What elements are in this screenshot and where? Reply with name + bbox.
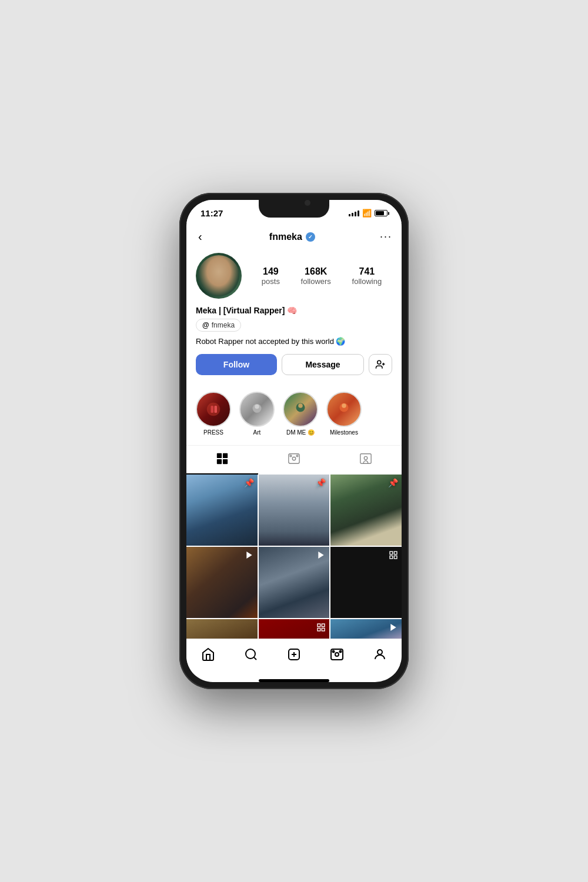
- grid-cell-2[interactable]: 📌: [259, 475, 330, 546]
- back-button[interactable]: ‹: [196, 228, 205, 246]
- svg-point-41: [340, 651, 342, 653]
- multi-icon-8: [316, 623, 326, 634]
- svg-rect-13: [223, 453, 228, 458]
- highlight-dmme-label: DM ME 😊: [286, 429, 315, 436]
- highlight-press[interactable]: PRESS: [196, 392, 231, 436]
- search-icon: [244, 647, 258, 662]
- svg-rect-14: [217, 459, 222, 464]
- home-icon: [201, 647, 215, 662]
- tagged-icon: [359, 452, 372, 468]
- header-username: fnmeka: [269, 232, 302, 242]
- follow-button[interactable]: Follow: [196, 354, 277, 375]
- svg-rect-25: [394, 552, 397, 554]
- profile-nav-icon: [373, 647, 387, 662]
- pin-icon-1: 📌: [244, 478, 254, 487]
- svg-rect-5: [215, 406, 218, 413]
- stats-group: 149 posts 168K followers 741 following: [251, 266, 392, 286]
- nav-profile[interactable]: [366, 645, 394, 664]
- posts-label: posts: [262, 277, 280, 286]
- following-label: following: [352, 277, 382, 286]
- grid-cell-4[interactable]: [186, 547, 258, 618]
- status-icons: 📶: [349, 209, 387, 218]
- nav-add[interactable]: [280, 645, 308, 664]
- stat-followers[interactable]: 168K followers: [301, 266, 331, 286]
- svg-marker-22: [246, 552, 252, 559]
- svg-point-39: [335, 653, 339, 656]
- status-time: 11:27: [201, 208, 223, 218]
- signal-bars-icon: [349, 211, 359, 216]
- highlight-press-circle: [196, 392, 231, 427]
- grid-cell-3[interactable]: 📌: [330, 475, 402, 546]
- grid-icon: [216, 452, 229, 468]
- posts-count: 149: [262, 266, 280, 277]
- add-friend-button[interactable]: [369, 354, 392, 375]
- highlight-art[interactable]: Art: [239, 392, 275, 436]
- svg-point-19: [296, 455, 298, 457]
- svg-rect-29: [322, 624, 325, 627]
- nav-reels[interactable]: [323, 645, 351, 664]
- profile-stats-row: 149 posts 168K followers 741 following: [196, 253, 392, 299]
- svg-point-0: [377, 360, 381, 364]
- home-indicator: [259, 679, 329, 682]
- tab-tagged[interactable]: [330, 446, 402, 475]
- svg-rect-26: [390, 556, 393, 559]
- svg-rect-27: [394, 556, 397, 559]
- svg-point-9: [298, 403, 303, 408]
- svg-rect-28: [318, 624, 320, 627]
- scroll-content: ‹ fnmeka ✓ ··· 149: [186, 223, 402, 639]
- threads-badge[interactable]: @ fnmeka: [196, 319, 241, 332]
- grid-cell-6[interactable]: [330, 547, 402, 618]
- svg-point-7: [255, 405, 259, 409]
- highlight-milestones[interactable]: Milestones: [326, 392, 362, 436]
- highlight-art-label: Art: [253, 429, 261, 436]
- highlight-art-circle: [239, 392, 275, 427]
- profile-info: 149 posts 168K followers 741 following: [186, 250, 402, 392]
- grid-cell-1[interactable]: 📌: [186, 475, 258, 546]
- svg-marker-32: [390, 624, 396, 631]
- svg-rect-15: [223, 459, 228, 464]
- stat-posts: 149 posts: [262, 266, 280, 286]
- add-icon: [287, 647, 301, 662]
- followers-count: 168K: [301, 266, 331, 277]
- reel-icon-5: [316, 550, 326, 562]
- svg-marker-23: [319, 552, 324, 559]
- reel-icon-4: [245, 550, 254, 562]
- followers-label: followers: [301, 277, 331, 286]
- stat-following[interactable]: 741 following: [352, 266, 382, 286]
- highlight-press-label: PRESS: [203, 429, 223, 436]
- svg-rect-4: [211, 406, 214, 413]
- tab-reels[interactable]: [258, 446, 330, 475]
- highlight-dmme[interactable]: DM ME 😊: [283, 392, 318, 436]
- svg-rect-24: [390, 552, 393, 554]
- grid-cell-5[interactable]: [259, 547, 330, 618]
- posts-grid: 📌 📌 📌: [186, 475, 402, 639]
- grid-cell-9[interactable]: [330, 619, 402, 639]
- action-buttons: Follow Message: [196, 354, 392, 375]
- bio-text: Robot Rapper not accepted by this world …: [196, 336, 392, 347]
- svg-point-17: [292, 457, 296, 460]
- reels-nav-icon: [330, 647, 344, 662]
- highlight-dmme-circle: [283, 392, 318, 427]
- header-title: fnmeka ✓: [269, 232, 315, 242]
- threads-username: fnmeka: [212, 321, 235, 329]
- more-options-button[interactable]: ···: [380, 230, 392, 243]
- threads-logo-icon: @: [202, 321, 209, 329]
- bottom-nav: [186, 639, 402, 676]
- highlight-milestones-circle: [326, 392, 362, 427]
- wifi-icon: 📶: [362, 209, 372, 218]
- profile-header: ‹ fnmeka ✓ ···: [186, 223, 402, 250]
- nav-search[interactable]: [237, 645, 265, 664]
- nav-home[interactable]: [194, 645, 222, 664]
- avatar: [196, 253, 242, 299]
- tab-grid[interactable]: [186, 446, 258, 475]
- svg-point-33: [246, 649, 255, 659]
- svg-rect-20: [360, 454, 371, 464]
- grid-cell-8[interactable]: USC Jimmy Iovine: [259, 619, 330, 639]
- grid-cell-7[interactable]: [186, 619, 258, 639]
- svg-rect-31: [322, 628, 325, 631]
- svg-point-40: [333, 651, 335, 653]
- highlights-row: PRESS Art: [186, 392, 402, 445]
- svg-point-21: [364, 457, 368, 460]
- svg-rect-30: [318, 628, 320, 631]
- message-button[interactable]: Message: [282, 354, 364, 375]
